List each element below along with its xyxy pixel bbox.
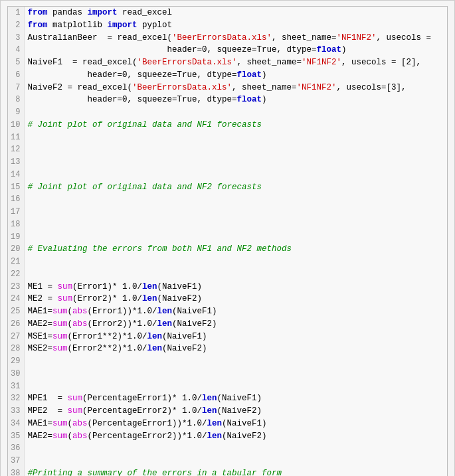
line-number: 27 <box>8 331 25 343</box>
table-row: 13 <box>8 156 448 169</box>
fn-token: sum <box>52 419 68 428</box>
line-number: 35 <box>8 430 25 443</box>
kw-token: len <box>147 344 162 353</box>
str-token: 'BeerErrorsData.xls' <box>132 83 232 92</box>
table-row: 26MAE2=sum(abs(Error2))*1.0/len(NaiveF2) <box>8 318 448 331</box>
line-code: MAE2=sum(abs(Error2))*1.0/len(NaiveF2) <box>25 318 448 331</box>
table-row: 33MPE2 = sum(PercentageError2)* 1.0/len(… <box>8 405 448 418</box>
table-row: 27MSE1=sum(Error1**2)*1.0/len(NaiveF1) <box>8 331 448 343</box>
line-code <box>25 268 448 281</box>
page-container: 1from pandas import read_excel2from matp… <box>0 0 455 476</box>
line-code: MAE1=sum(abs(Error1))*1.0/len(NaiveF1) <box>25 305 448 318</box>
line-number: 31 <box>8 380 25 393</box>
table-row: 35MAE2=sum(abs(PercentageError2))*1.0/le… <box>8 430 448 443</box>
line-number: 18 <box>8 218 25 231</box>
line-number: 4 <box>8 44 25 56</box>
kw-token: float <box>236 70 262 80</box>
str-token: 'NF1NF2' <box>297 83 337 92</box>
line-number: 22 <box>8 268 25 281</box>
kw-token: len <box>202 406 217 416</box>
table-row: 20# Evaluating the errors from both NF1 … <box>8 243 448 256</box>
kw-token: len <box>157 307 173 316</box>
kw-token: import <box>107 21 137 30</box>
line-code: #Printing a summary of the errors in a t… <box>25 467 448 476</box>
table-row: 36 <box>8 442 448 455</box>
line-code <box>25 131 448 144</box>
line-code: # Joint plot of original data and NF1 fo… <box>25 119 448 131</box>
table-row: 19 <box>8 231 448 244</box>
line-code <box>25 218 448 231</box>
fn-token: sum <box>52 332 68 341</box>
fn-token: sum <box>57 294 72 303</box>
line-number: 14 <box>8 169 25 181</box>
table-row: 32MPE1 = sum(PercentageError1)* 1.0/len(… <box>8 392 448 405</box>
line-number: 3 <box>8 32 25 44</box>
line-code: MSE1=sum(Error1**2)*1.0/len(NaiveF1) <box>25 331 448 343</box>
fn-token: sum <box>52 432 68 441</box>
line-number: 25 <box>8 305 25 318</box>
line-code <box>25 355 448 368</box>
table-row: 4 header=0, squeeze=True, dtype=float) <box>8 44 448 56</box>
table-row: 14 <box>8 169 448 181</box>
cmt-token: # Evaluating the errors from both NF1 an… <box>27 244 292 254</box>
table-row: 9 <box>8 106 448 119</box>
table-row: 12 <box>8 143 448 156</box>
table-row: 15# Joint plot of original data and NF2 … <box>8 181 448 194</box>
kw-token: from <box>27 8 47 17</box>
line-code: from pandas import read_excel <box>25 7 448 19</box>
line-number: 33 <box>8 405 25 418</box>
line-number: 34 <box>8 418 25 430</box>
line-number: 36 <box>8 442 25 455</box>
line-code: AustralianBeer = read_excel('BeerErrorsD… <box>25 32 448 44</box>
line-code <box>25 231 448 244</box>
line-number: 24 <box>8 293 25 305</box>
line-number: 10 <box>8 119 25 131</box>
cmt-token: # Joint plot of original data and NF2 fo… <box>27 183 262 192</box>
table-row: 2from matplotlib import pyplot <box>8 19 448 32</box>
line-code: MAE1=sum(abs(PercentageError1))*1.0/len(… <box>25 418 448 430</box>
line-number: 28 <box>8 343 25 355</box>
kw-token: float <box>236 95 262 104</box>
str-token: 'NF1NF2' <box>302 58 341 67</box>
line-code: ME2 = sum(Error2)* 1.0/len(NaiveF2) <box>25 293 448 305</box>
table-row: 29 <box>8 355 448 368</box>
line-code <box>25 169 448 181</box>
line-code <box>25 206 448 218</box>
line-code <box>25 256 448 268</box>
kw-token: len <box>207 419 223 428</box>
str-token: 'NF1NF2' <box>337 33 377 42</box>
table-row: 23ME1 = sum(Error1)* 1.0/len(NaiveF1) <box>8 281 448 293</box>
line-number: 16 <box>8 193 25 206</box>
fn-token: sum <box>52 319 68 329</box>
line-number: 20 <box>8 243 25 256</box>
kw-token: len <box>202 394 217 403</box>
line-number: 26 <box>8 318 25 331</box>
line-number: 11 <box>8 131 25 144</box>
line-code <box>25 368 448 380</box>
table-row: 11 <box>8 131 448 144</box>
line-number: 2 <box>8 19 25 32</box>
code-table: 1from pandas import read_excel2from matp… <box>8 7 448 476</box>
line-number: 19 <box>8 231 25 244</box>
table-row: 16 <box>8 193 448 206</box>
line-code <box>25 442 448 455</box>
fn-token: abs <box>72 419 88 428</box>
code-block: 1from pandas import read_excel2from matp… <box>7 6 448 476</box>
line-code <box>25 156 448 169</box>
table-row: 18 <box>8 218 448 231</box>
table-row: 34MAE1=sum(abs(PercentageError1))*1.0/le… <box>8 418 448 430</box>
line-number: 30 <box>8 368 25 380</box>
table-row: 5NaiveF1 = read_excel('BeerErrorsData.xl… <box>8 56 448 69</box>
table-row: 31 <box>8 380 448 393</box>
line-number: 23 <box>8 281 25 293</box>
table-row: 10# Joint plot of original data and NF1 … <box>8 119 448 131</box>
kw-token: len <box>207 432 223 441</box>
line-code: # Evaluating the errors from both NF1 an… <box>25 243 448 256</box>
fn-token: sum <box>67 406 82 416</box>
line-number: 9 <box>8 106 25 119</box>
table-row: 37 <box>8 455 448 467</box>
cmt-token: # Joint plot of original data and NF1 fo… <box>27 120 262 129</box>
table-row: 21 <box>8 256 448 268</box>
line-code <box>25 106 448 119</box>
line-code: MSE2=sum(Error2**2)*1.0/len(NaiveF2) <box>25 343 448 355</box>
